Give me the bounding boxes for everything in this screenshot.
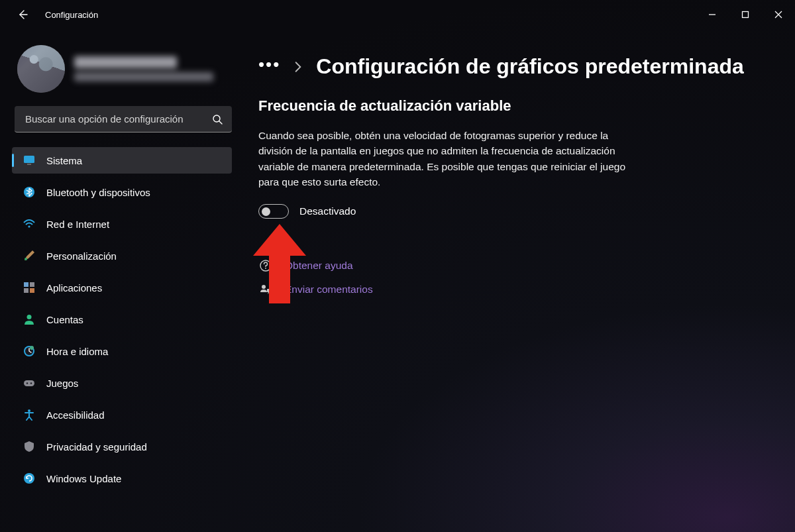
- nav-label: Aplicaciones: [46, 282, 102, 293]
- apps-icon: [23, 281, 36, 294]
- svg-rect-10: [30, 288, 34, 293]
- profile-text-redacted: [74, 56, 213, 81]
- nav-item-accesibilidad[interactable]: Accesibilidad: [12, 401, 232, 428]
- maximize-icon: [741, 11, 749, 19]
- svg-point-6: [25, 258, 27, 260]
- close-button[interactable]: [762, 2, 795, 27]
- breadcrumb-more-button[interactable]: •••: [258, 56, 280, 78]
- avatar: [17, 45, 65, 93]
- nav-label: Hora e idioma: [46, 346, 108, 357]
- nav-item-sistema[interactable]: Sistema: [12, 147, 232, 174]
- app-title: Configuración: [45, 10, 98, 20]
- svg-rect-8: [30, 282, 34, 287]
- brush-icon: [23, 249, 36, 262]
- nav-item-bluetooth[interactable]: Bluetooth y dispositivos: [12, 179, 232, 205]
- monitor-icon: [23, 154, 36, 167]
- minimize-button[interactable]: [696, 2, 729, 27]
- svg-point-17: [30, 382, 32, 384]
- svg-point-5: [28, 225, 30, 227]
- back-arrow-icon: [17, 9, 28, 20]
- svg-rect-3: [27, 164, 31, 165]
- vrr-toggle-label: Desactivado: [299, 205, 356, 217]
- clock-icon: [23, 345, 36, 358]
- feedback-link-row: Enviar comentarios: [258, 282, 768, 297]
- nav-label: Accesibilidad: [46, 409, 105, 421]
- close-icon: [774, 11, 782, 19]
- accessibility-icon: [23, 408, 36, 421]
- nav-item-red[interactable]: Red e Internet: [12, 211, 232, 237]
- nav-item-juegos[interactable]: Juegos: [12, 370, 232, 396]
- nav-label: Juegos: [46, 378, 78, 389]
- search-input[interactable]: [25, 113, 212, 125]
- vrr-toggle-row: Desactivado: [258, 204, 768, 219]
- svg-point-14: [30, 346, 34, 350]
- svg-point-21: [265, 268, 266, 269]
- nav-label: Windows Update: [46, 473, 121, 484]
- get-help-link[interactable]: Obtener ayuda: [285, 260, 353, 272]
- svg-rect-7: [24, 282, 28, 287]
- svg-rect-9: [24, 288, 28, 293]
- section-description: Cuando sea posible, obtén una velocidad …: [258, 128, 629, 189]
- page-title: Configuración de gráficos predeterminada: [316, 54, 743, 79]
- svg-rect-0: [743, 12, 749, 18]
- svg-rect-23: [267, 289, 272, 292]
- section-heading: Frecuencia de actualización variable: [258, 97, 768, 115]
- svg-point-11: [27, 315, 32, 319]
- svg-point-19: [24, 473, 34, 484]
- nav-label: Sistema: [46, 155, 82, 166]
- nav-item-privacidad[interactable]: Privacidad y seguridad: [12, 433, 232, 460]
- svg-rect-2: [24, 156, 34, 163]
- window-controls: [696, 2, 795, 27]
- bluetooth-icon: [23, 186, 36, 199]
- gamepad-icon: [23, 376, 36, 390]
- nav-item-hora[interactable]: Hora e idioma: [12, 338, 232, 364]
- person-icon: [23, 313, 36, 326]
- back-button[interactable]: [13, 5, 32, 24]
- nav-item-cuentas[interactable]: Cuentas: [12, 306, 232, 333]
- nav-list: Sistema Bluetooth y dispositivos Red e I…: [12, 147, 232, 492]
- nav-label: Red e Internet: [46, 219, 109, 230]
- svg-rect-15: [24, 380, 34, 386]
- feedback-icon: [258, 282, 273, 297]
- svg-point-16: [26, 382, 28, 384]
- wifi-icon: [23, 217, 36, 231]
- main-content: ••• Configuración de gráficos predetermi…: [238, 29, 795, 532]
- svg-point-18: [28, 409, 30, 412]
- nav-item-personalizacion[interactable]: Personalización: [12, 242, 232, 269]
- send-feedback-link[interactable]: Enviar comentarios: [285, 284, 373, 295]
- svg-point-22: [262, 285, 266, 289]
- toggle-knob: [262, 207, 270, 216]
- minimize-icon: [708, 11, 716, 19]
- nav-item-aplicaciones[interactable]: Aplicaciones: [12, 274, 232, 301]
- search-box[interactable]: [15, 106, 232, 133]
- help-links: Obtener ayuda Enviar comentarios: [258, 258, 768, 297]
- nav-label: Cuentas: [46, 314, 83, 325]
- shield-icon: [23, 440, 36, 453]
- help-icon: [258, 258, 273, 273]
- sidebar: Sistema Bluetooth y dispositivos Red e I…: [0, 29, 238, 532]
- breadcrumb: ••• Configuración de gráficos predetermi…: [258, 54, 768, 79]
- nav-label: Privacidad y seguridad: [46, 441, 147, 452]
- search-icon: [212, 114, 223, 125]
- nav-item-update[interactable]: Windows Update: [12, 465, 232, 492]
- chevron-right-icon: [292, 61, 304, 73]
- vrr-toggle[interactable]: [258, 204, 289, 219]
- update-icon: [23, 472, 36, 485]
- svg-point-1: [213, 115, 220, 122]
- titlebar: Configuración: [0, 0, 795, 29]
- help-link-row: Obtener ayuda: [258, 258, 768, 273]
- maximize-button[interactable]: [729, 2, 762, 27]
- nav-label: Personalización: [46, 250, 117, 262]
- profile-block[interactable]: [17, 45, 232, 93]
- nav-label: Bluetooth y dispositivos: [46, 187, 150, 198]
